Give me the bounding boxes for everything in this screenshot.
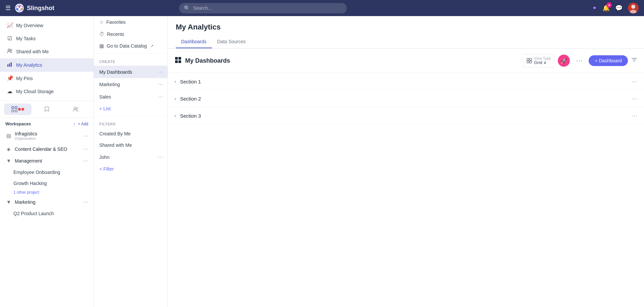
divider-2	[94, 116, 167, 116]
marketing-chevron-icon: ▼	[5, 199, 12, 205]
marketing-more-icon[interactable]: ⋯	[158, 81, 163, 87]
data-catalog-icon: ▦	[99, 43, 104, 49]
my-dashboards-label: My Dashboards	[99, 69, 132, 75]
workspace-item-management[interactable]: ▼ Management ⋯	[0, 155, 94, 167]
overview-icon: 📈	[7, 22, 13, 28]
workspace-more-icon[interactable]: ⋯	[83, 133, 88, 139]
page-title: My Analytics	[176, 23, 636, 32]
rocket-button[interactable]: 🚀	[558, 55, 570, 67]
tab-data-sources-label: Data Sources	[217, 39, 246, 44]
section-row-1[interactable]: › Section 1 ⋯	[168, 73, 644, 90]
sidebar-item-my-analytics[interactable]: My Analytics	[0, 58, 94, 72]
workspace-more-icon[interactable]: ⋯	[83, 158, 88, 164]
workspace-sub-item-q2-product-launch[interactable]: Q2 Product Launch ⋯	[0, 208, 94, 219]
favorites-item[interactable]: ☆ Favorites	[94, 16, 167, 28]
svg-rect-15	[15, 110, 17, 112]
middle-panel: ☆ Favorites ⏱ Recents ▦ Go to Data Catal…	[94, 16, 168, 307]
add-filter-button[interactable]: + Filter	[94, 163, 167, 175]
sidebar-item-my-tasks[interactable]: ☑ My Tasks	[0, 32, 94, 45]
workspace-item-content-calendar[interactable]: ◈ Content Calendar & SEO ⋯	[0, 143, 94, 155]
view-type-button[interactable]: View Type Grid ∨	[523, 54, 554, 67]
chat-icon[interactable]: 💬	[615, 4, 623, 12]
sort-button[interactable]: ↕	[73, 122, 75, 126]
notifications-icon[interactable]: 🔔 4	[602, 4, 610, 12]
sidebar-item-my-overview[interactable]: 📈 My Overview	[0, 19, 94, 32]
my-dashboards-more-icon[interactable]: ⋯	[158, 69, 163, 75]
avatar[interactable]	[628, 3, 639, 13]
tasks-icon: ☑	[7, 35, 13, 42]
workspaces-header: Workspaces ↕ + Add	[0, 118, 94, 128]
data-catalog-item[interactable]: ▦ Go to Data Catalog ↗	[94, 40, 167, 52]
svg-point-3	[16, 8, 18, 10]
sub-item-name: Growth Hacking	[13, 181, 47, 186]
middle-item-my-dashboards[interactable]: My Dashboards ⋯	[94, 66, 167, 78]
filter-button[interactable]	[631, 57, 637, 65]
dashboard-title-area: My Dashboards	[174, 56, 519, 65]
sidebar-item-shared-with-me[interactable]: Shared with Me	[0, 45, 94, 58]
workspace-sub-item-employee-onboarding[interactable]: Employee Onboarding ⋯	[0, 167, 94, 178]
sidebar-item-my-pins[interactable]: 📌 My Pins	[0, 72, 94, 85]
sidebar-item-my-cloud-storage[interactable]: ☁ My Cloud Storage	[0, 85, 94, 98]
add-list-button[interactable]: + List	[94, 103, 167, 114]
workspace-more-icon[interactable]: ⋯	[83, 146, 88, 152]
workspace-item-infragistics[interactable]: ▤ Infragistics Organization ⋯	[0, 128, 94, 143]
recents-item[interactable]: ⏱ Recents	[94, 28, 167, 40]
add-dashboard-button[interactable]: + Dashboard	[589, 55, 628, 66]
svg-rect-22	[527, 58, 529, 60]
more-options-button[interactable]: ⋯	[573, 55, 585, 66]
recents-label: Recents	[107, 32, 124, 37]
tab-dashboards[interactable]: Dashboards	[176, 36, 212, 48]
section-row-3[interactable]: › Section 3 ⋯	[168, 107, 644, 124]
sales-more-icon[interactable]: ⋯	[158, 94, 163, 100]
workspace-sub-item-growth-hacking[interactable]: Growth Hacking ⋯	[0, 178, 94, 189]
middle-item-sales[interactable]: Sales ⋯	[94, 90, 167, 103]
section-more-icon[interactable]: ⋯	[631, 112, 637, 119]
other-projects-label: 1 other project	[13, 190, 39, 195]
main-header: My Analytics Dashboards Data Sources	[168, 16, 644, 49]
hamburger-icon[interactable]: ☰	[5, 4, 11, 12]
sidebar-tabs	[0, 101, 94, 118]
other-projects-link[interactable]: 1 other project	[0, 189, 94, 196]
middle-item-marketing[interactable]: Marketing ⋯	[94, 78, 167, 90]
workspace-item-marketing[interactable]: ▼ Marketing ⋯	[0, 196, 94, 208]
svg-rect-18	[175, 57, 178, 60]
tab-workspaces[interactable]	[4, 104, 32, 115]
workspace-more-icon[interactable]: ⋯	[83, 199, 88, 205]
add-filter-label: + Filter	[99, 166, 114, 172]
tab-data-sources[interactable]: Data Sources	[212, 36, 251, 48]
section-more-icon[interactable]: ⋯	[631, 95, 637, 102]
section-chevron-icon: ›	[174, 79, 176, 84]
sparkle-icon[interactable]: ✦	[592, 4, 597, 12]
content-calendar-icon: ◈	[5, 146, 12, 152]
rocket-icon: 🚀	[560, 58, 567, 64]
tab-people[interactable]	[62, 104, 90, 115]
dashboards-toolbar: My Dashboards View Type	[168, 49, 644, 73]
app-logo: Slingshot	[15, 3, 54, 13]
filter-created-by-me[interactable]: Created By Me	[94, 128, 167, 139]
section-more-icon[interactable]: ⋯	[631, 78, 637, 85]
filter-john[interactable]: John ⋯	[94, 151, 167, 163]
workspaces-badge	[21, 108, 24, 111]
favorites-icon: ☆	[99, 19, 104, 25]
shared-icon	[7, 48, 13, 55]
search-input[interactable]	[193, 5, 342, 11]
section-row-2[interactable]: › Section 2 ⋯	[168, 90, 644, 107]
svg-rect-24	[527, 61, 529, 63]
add-workspace-button[interactable]: + Add	[78, 122, 88, 126]
add-dashboard-label: + Dashboard	[595, 58, 622, 63]
sidebar-item-label: My Overview	[16, 23, 43, 28]
svg-point-8	[10, 49, 12, 51]
tab-bookmarks[interactable]	[33, 104, 60, 115]
svg-rect-10	[9, 63, 10, 67]
search-bar[interactable]: 🔍	[179, 3, 347, 13]
create-section-label: CREATE	[94, 55, 167, 66]
filter-shared-with-me[interactable]: Shared with Me	[94, 139, 167, 151]
dashboards-panel: My Dashboards View Type	[168, 49, 644, 307]
notification-badge: 4	[606, 2, 612, 8]
main-tabs: Dashboards Data Sources	[176, 36, 636, 48]
recents-icon: ⏱	[99, 31, 104, 37]
section-name: Section 1	[180, 79, 201, 84]
workspaces-tab-icon	[11, 106, 17, 112]
filter-label: Created By Me	[99, 131, 130, 136]
john-more-icon[interactable]: ⋯	[158, 154, 163, 160]
